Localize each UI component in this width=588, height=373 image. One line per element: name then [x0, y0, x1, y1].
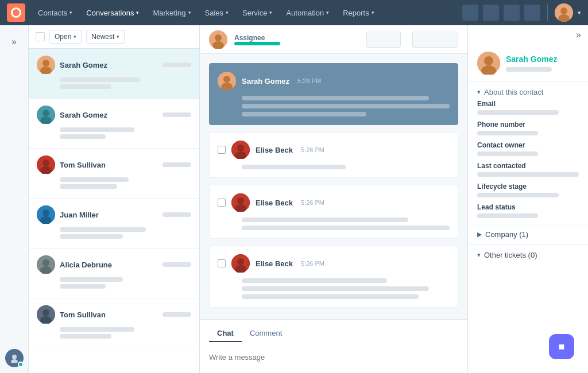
nav-marketing-chevron: ▾ [188, 10, 191, 15]
conv-item[interactable]: Tom Sullivan [29, 149, 199, 199]
svg-point-6 [42, 60, 49, 67]
select-all-checkbox[interactable] [36, 32, 45, 41]
message-sender: Elise Beck [256, 259, 293, 268]
chat-messages: Sarah Gomez 5:26 PM Elise Beck 5: [200, 54, 467, 319]
nav-service[interactable]: Service ▾ [237, 5, 278, 21]
company-label: Company (1) [485, 230, 528, 239]
conv-item[interactable]: Sarah Gomez [29, 99, 199, 149]
nav-action-btn-1[interactable] [462, 5, 478, 21]
message-line [242, 96, 429, 100]
assignee-label: Assignee [234, 34, 280, 42]
right-sidebar: » Sarah Gomez ▾ About this contact Email… [467, 25, 588, 373]
contact-name[interactable]: Sarah Gomez [506, 55, 557, 64]
field-value-phone [477, 131, 538, 135]
field-value-email [477, 110, 559, 115]
user-avatar[interactable] [555, 3, 573, 22]
svg-point-3 [12, 355, 17, 359]
avatar [37, 305, 55, 324]
conv-preview-1 [60, 127, 134, 132]
avatar [37, 255, 55, 274]
message-block: Elise Beck 5:26 PM [209, 132, 458, 178]
message-input[interactable] [209, 347, 458, 367]
conv-name: Juan Miller [60, 211, 158, 219]
message-avatar [218, 72, 236, 90]
nav-conversations[interactable]: Conversations ▾ [80, 5, 145, 21]
newest-filter-label: Newest [91, 33, 114, 41]
field-label-lifecycle: Lifecycle stage [477, 182, 579, 191]
field-value-last-contacted [477, 172, 579, 177]
nav-automation[interactable]: Automation ▾ [280, 5, 335, 21]
avatar [37, 106, 55, 124]
message-checkbox[interactable] [218, 259, 226, 267]
contact-avatar [477, 52, 500, 75]
conv-name: Alicia Debrune [60, 261, 158, 269]
newest-filter-caret: ▾ [117, 34, 119, 40]
field-label-last-contacted: Last contacted [477, 162, 579, 170]
field-label-email: Email [477, 100, 579, 108]
nav-contacts-chevron: ▾ [69, 10, 72, 15]
conv-time-placeholder [163, 162, 191, 167]
message-line [242, 286, 429, 291]
tab-comment[interactable]: Comment [242, 325, 290, 342]
open-filter-btn[interactable]: Open ▾ [49, 30, 82, 44]
nav-reports[interactable]: Reports ▾ [337, 5, 380, 21]
field-value-lifecycle [477, 193, 559, 197]
message-checkbox[interactable] [218, 199, 226, 207]
tickets-label: Other tickets (0) [484, 251, 537, 259]
svg-point-18 [42, 259, 49, 266]
bottom-user-icon[interactable] [5, 349, 24, 367]
field-label-lead-status: Lead status [477, 203, 579, 211]
nav-action-btn-4[interactable] [524, 5, 540, 21]
svg-point-36 [237, 258, 244, 265]
conv-time-placeholder [163, 112, 191, 117]
conv-time-placeholder [163, 212, 191, 217]
nav-contacts[interactable]: Contacts ▾ [32, 5, 78, 21]
avatar [37, 156, 55, 174]
company-expand-icon: ▶ [477, 231, 482, 238]
field-value-owner [477, 151, 538, 156]
open-filter-label: Open [55, 33, 71, 41]
hubspot-logo[interactable] [7, 3, 25, 22]
message-avatar [231, 141, 250, 159]
tab-chat[interactable]: Chat [209, 325, 242, 342]
svg-point-1 [560, 7, 567, 14]
message-line [242, 104, 450, 108]
floating-action-button[interactable]: ■ [549, 334, 574, 359]
company-section[interactable]: ▶ Company (1) [468, 224, 588, 244]
conv-preview-2 [60, 234, 123, 239]
message-checkbox[interactable] [218, 146, 226, 154]
conv-item[interactable]: Tom Sullivan [29, 298, 199, 348]
sidebar-collapse-btn[interactable]: » [7, 32, 21, 52]
conv-preview-1 [60, 77, 140, 82]
conv-preview-2 [60, 134, 106, 139]
about-chevron-icon: ▾ [477, 88, 481, 96]
conv-preview-2 [60, 284, 106, 289]
nav-action-btn-2[interactable] [483, 5, 499, 21]
right-sidebar-header: » [468, 25, 588, 45]
conv-name: Tom Sullivan [60, 310, 158, 319]
conv-item[interactable]: Alicia Debrune [29, 248, 199, 298]
conv-item[interactable]: Juan Miller [29, 199, 199, 248]
newest-filter-btn[interactable]: Newest ▾ [86, 30, 125, 44]
tickets-section[interactable]: ▾ Other tickets (0) [468, 244, 588, 265]
svg-point-9 [42, 110, 49, 116]
nav-sales[interactable]: Sales ▾ [199, 5, 235, 21]
chat-action-btn-2[interactable] [412, 32, 458, 48]
about-section-header[interactable]: ▾ About this contact [468, 82, 588, 100]
svg-point-12 [42, 160, 49, 166]
conv-time-placeholder [163, 63, 191, 67]
conv-preview-1 [60, 277, 123, 282]
field-label-phone: Phone number [477, 121, 579, 129]
chat-action-btn-1[interactable] [366, 32, 401, 48]
right-sidebar-collapse-btn[interactable]: » [569, 25, 588, 45]
nav-action-btn-3[interactable] [504, 5, 520, 21]
message-time: 5:26 PM [297, 77, 321, 84]
svg-point-21 [42, 309, 49, 316]
conv-name: Sarah Gomez [60, 111, 158, 119]
nav-automation-chevron: ▾ [326, 10, 329, 15]
online-indicator [18, 362, 24, 367]
user-chevron[interactable]: ▾ [578, 9, 581, 17]
nav-marketing[interactable]: Marketing ▾ [147, 5, 196, 21]
conv-preview-1 [60, 177, 129, 182]
conv-item[interactable]: Sarah Gomez [29, 49, 199, 99]
